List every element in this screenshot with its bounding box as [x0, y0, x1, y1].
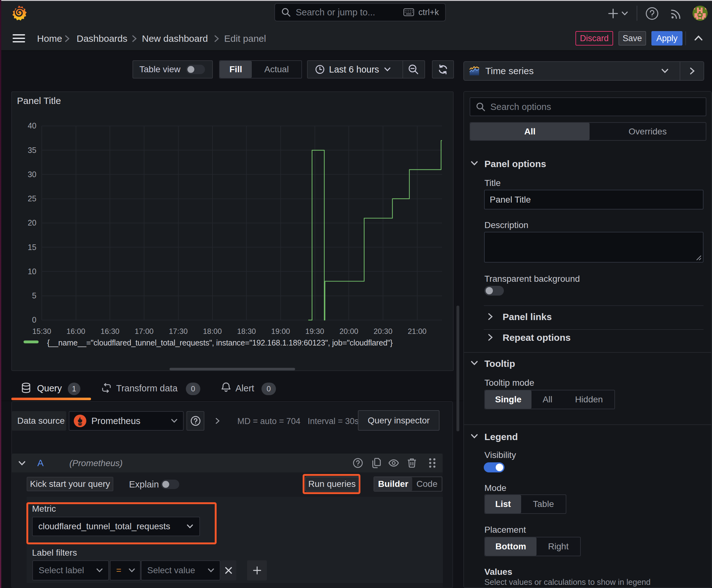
svg-text:19:30: 19:30	[305, 327, 324, 335]
svg-text:5: 5	[32, 291, 37, 300]
svg-text:30: 30	[28, 170, 37, 179]
svg-text:18:30: 18:30	[237, 327, 256, 335]
svg-text:20: 20	[28, 218, 37, 227]
svg-text:15:30: 15:30	[33, 327, 51, 335]
svg-text:17:00: 17:00	[135, 327, 153, 335]
svg-text:21:00: 21:00	[408, 327, 427, 335]
svg-text:19:00: 19:00	[271, 327, 290, 335]
svg-text:17:30: 17:30	[169, 327, 188, 335]
svg-text:{__name__="cloudflared_tunnel_: {__name__="cloudflared_tunnel_total_requ…	[47, 338, 393, 347]
svg-text:40: 40	[28, 121, 37, 130]
svg-text:15: 15	[28, 243, 37, 252]
svg-text:16:30: 16:30	[101, 327, 119, 335]
svg-text:35: 35	[28, 146, 37, 154]
svg-text:16:00: 16:00	[67, 327, 85, 335]
svg-text:20:30: 20:30	[373, 327, 392, 335]
svg-text:0: 0	[32, 315, 37, 324]
svg-text:20:00: 20:00	[339, 327, 358, 335]
svg-text:18:00: 18:00	[203, 327, 222, 335]
svg-text:25: 25	[28, 194, 37, 203]
svg-text:10: 10	[28, 267, 37, 276]
